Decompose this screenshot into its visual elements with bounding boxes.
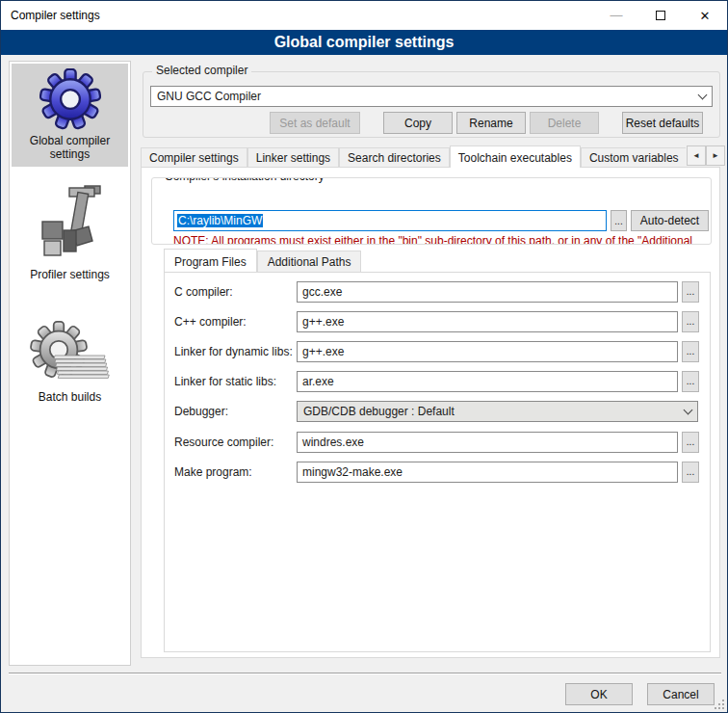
compiler-tab-strip: Compiler settings Linker settings Search… (141, 145, 686, 168)
field-row: C++ compiler: g++.exe ... (165, 311, 710, 332)
installation-directory-group: Compiler's installation directory C:\ray… (151, 177, 712, 245)
field-row: Linker for static libs: ar.exe ... (165, 371, 710, 392)
cpp-compiler-browse-button[interactable]: ... (682, 311, 699, 332)
maximize-button[interactable] (638, 1, 683, 30)
sidebar-item-label: Profiler settings (30, 268, 110, 281)
compiler-select[interactable]: GNU GCC Compiler (150, 86, 713, 107)
make-program-label: Make program: (174, 465, 252, 479)
global-compiler-settings-gear-icon (39, 68, 101, 130)
batch-builds-gear-icon (28, 321, 113, 386)
arrow-left-icon: ◄ (692, 151, 700, 160)
field-row: Resource compiler: windres.exe ... (165, 432, 710, 453)
sidebar-item-profiler-settings[interactable]: Profiler settings (12, 180, 128, 287)
selected-compiler-legend: Selected compiler (152, 64, 251, 77)
resource-compiler-value: windres.exe (302, 436, 364, 449)
linker-static-label: Linker for static libs: (174, 375, 276, 388)
window-controls: — ✕ (594, 1, 727, 30)
cpp-compiler-input[interactable]: g++.exe (297, 311, 678, 332)
linker-static-input[interactable]: ar.exe (297, 371, 678, 392)
c-compiler-input[interactable]: gcc.exe (297, 281, 678, 303)
linker-dynamic-input[interactable]: g++.exe (297, 341, 678, 362)
set-as-default-button[interactable]: Set as default (270, 112, 360, 134)
resource-compiler-label: Resource compiler: (174, 436, 273, 449)
reset-defaults-button[interactable]: Reset defaults (622, 112, 703, 134)
profiler-settings-caliper-icon (35, 185, 106, 264)
tab-scroll-left-button[interactable]: ◄ (687, 145, 706, 166)
cancel-button[interactable]: Cancel (647, 683, 715, 705)
close-button[interactable]: ✕ (683, 1, 727, 30)
resize-grip-icon[interactable] (715, 700, 724, 709)
program-files-tab-strip: Program Files Additional Paths (164, 251, 361, 272)
linker-static-browse-button[interactable]: ... (682, 371, 699, 392)
field-row: Debugger: GDB/CDB debugger : Default (165, 401, 710, 422)
title-bar: Compiler settings — ✕ (1, 1, 727, 30)
auto-detect-button[interactable]: Auto-detect (631, 210, 709, 231)
tab-scroll-controls: ◄ ► (687, 145, 725, 166)
dialog-header: Global compiler settings (1, 30, 727, 55)
chevron-down-icon (698, 90, 708, 99)
rename-button[interactable]: Rename (456, 112, 526, 134)
dialog-header-title: Global compiler settings (274, 34, 455, 50)
c-compiler-label: C compiler: (174, 285, 233, 299)
resource-compiler-input[interactable]: windres.exe (297, 432, 678, 453)
settings-sidebar: Global compiler settings Profiler settin… (9, 61, 131, 666)
copy-button[interactable]: Copy (383, 112, 453, 134)
tab-toolchain-executables[interactable]: Toolchain executables (450, 145, 581, 168)
tab-program-files[interactable]: Program Files (164, 249, 257, 272)
minimize-button[interactable]: — (594, 1, 638, 30)
footer-divider (9, 673, 721, 674)
make-program-value: mingw32-make.exe (302, 465, 403, 479)
sidebar-item-global-compiler-settings[interactable]: Global compiler settings (12, 64, 128, 167)
installation-directory-legend: Compiler's installation directory (161, 177, 328, 183)
sidebar-item-batch-builds[interactable]: Batch builds (12, 316, 128, 409)
field-row: C compiler: gcc.exe ... (165, 281, 710, 303)
compiler-settings-window: Compiler settings — ✕ Global compiler se… (0, 0, 728, 713)
maximize-icon (656, 11, 665, 20)
resource-compiler-browse-button[interactable]: ... (682, 432, 699, 453)
installation-directory-input[interactable]: C:\raylib\MinGW (173, 210, 607, 231)
field-row: Linker for dynamic libs: g++.exe ... (165, 341, 710, 362)
minimize-icon: — (611, 1, 623, 30)
selected-compiler-group: Selected compiler GNU GCC Compiler Set a… (143, 71, 720, 138)
delete-button[interactable]: Delete (530, 112, 599, 134)
c-compiler-value: gcc.exe (302, 285, 342, 299)
field-row: Make program: mingw32-make.exe ... (165, 462, 710, 483)
chevron-down-icon (684, 405, 693, 414)
window-title: Compiler settings (11, 9, 100, 22)
ok-button[interactable]: OK (565, 683, 633, 705)
tab-custom-variables[interactable]: Custom variables (581, 147, 686, 168)
installation-directory-note: NOTE: All programs must exist either in … (173, 234, 711, 245)
c-compiler-browse-button[interactable]: ... (682, 281, 699, 303)
program-files-page: C compiler: gcc.exe ... C++ compiler: g+… (164, 272, 711, 652)
linker-dynamic-value: g++.exe (302, 345, 344, 358)
tab-compiler-settings[interactable]: Compiler settings (141, 147, 247, 168)
debugger-label: Debugger: (174, 405, 228, 418)
arrow-right-icon: ► (712, 151, 719, 160)
tab-linker-settings[interactable]: Linker settings (247, 147, 339, 168)
debugger-value: GDB/CDB debugger : Default (303, 405, 685, 418)
toolchain-executables-page: Compiler's installation directory C:\ray… (141, 167, 720, 658)
close-icon: ✕ (700, 9, 711, 23)
cpp-compiler-label: C++ compiler: (174, 315, 247, 329)
make-program-input[interactable]: mingw32-make.exe (297, 462, 678, 483)
linker-dynamic-label: Linker for dynamic libs: (174, 345, 293, 358)
tab-search-directories[interactable]: Search directories (339, 147, 450, 168)
sidebar-item-label: Global compiler settings (13, 134, 126, 161)
tab-scroll-right-button[interactable]: ► (706, 145, 725, 166)
installation-directory-browse-button[interactable]: ... (611, 210, 627, 231)
installation-directory-value: C:\raylib\MinGW (177, 214, 263, 227)
cpp-compiler-value: g++.exe (302, 315, 344, 329)
sidebar-item-label: Batch builds (39, 390, 101, 404)
make-program-browse-button[interactable]: ... (682, 462, 699, 483)
tab-additional-paths[interactable]: Additional Paths (257, 251, 362, 272)
linker-dynamic-browse-button[interactable]: ... (682, 341, 699, 362)
linker-static-value: ar.exe (302, 375, 334, 388)
compiler-select-value: GNU GCC Compiler (157, 90, 699, 103)
debugger-select[interactable]: GDB/CDB debugger : Default (297, 401, 698, 422)
